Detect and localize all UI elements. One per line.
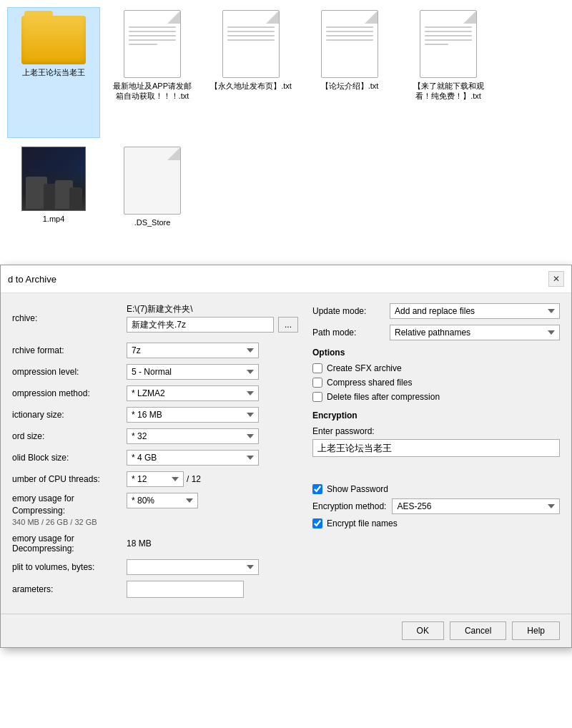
txt-icon	[321, 10, 378, 78]
path-mode-row: Path mode: Relative pathnames Absolute p…	[312, 325, 560, 340]
memory-decompressing-row: emory usage for Decompressing: 18 MB	[12, 533, 298, 554]
compression-method-select[interactable]: * LZMA2 LZMA PPMd	[127, 385, 259, 401]
ok-button[interactable]: OK	[402, 621, 444, 640]
encrypt-filenames-row: Encrypt file names	[312, 518, 560, 528]
encryption-method-label: Encryption method:	[312, 501, 386, 511]
mp4-icon	[21, 147, 86, 211]
show-password-row: Show Password	[312, 484, 560, 494]
parameters-row: arameters:	[12, 581, 298, 598]
memory-compressing-select[interactable]: * 80% * 60% * 40%	[127, 493, 198, 508]
file-explorer: 上老王论坛当老王 最新地址及APP请发邮箱自动获取！！！.txt 【永久地址发布…	[0, 0, 572, 272]
txt-icon	[124, 10, 181, 78]
compression-method-label: ompression method:	[12, 388, 127, 398]
compress-shared-checkbox[interactable]	[312, 378, 322, 388]
left-panel: rchive: E:\(7)新建文件夹\ ... rchive format:	[12, 303, 298, 604]
memory-compressing-row: emory usage for Compressing: 340 MB / 26…	[12, 493, 298, 528]
create-sfx-row: Create SFX archive	[312, 363, 560, 373]
encrypt-filenames-label: Encrypt file names	[327, 518, 398, 528]
options-section: Options Create SFX archive Compress shar…	[312, 348, 560, 402]
txt-icon	[420, 10, 477, 78]
file-item-mp4[interactable]: 1.mp4	[7, 144, 100, 264]
solid-block-size-label: olid Block size:	[12, 453, 127, 463]
split-volumes-row: plit to volumes, bytes:	[12, 559, 298, 575]
add-to-archive-dialog: d to Archive ✕ rchive: E:\(7)新建文件夹\ ...	[0, 265, 572, 648]
create-sfx-checkbox[interactable]	[312, 363, 322, 373]
archive-path-area: rchive: E:\(7)新建文件夹\ ...	[12, 303, 298, 333]
file-label: 【来了就能下载和观看！纯免费！】.txt	[405, 81, 491, 102]
file-item-folder[interactable]: 上老王论坛当老王	[7, 7, 100, 138]
create-sfx-label: Create SFX archive	[327, 363, 402, 373]
ds-icon	[124, 147, 181, 215]
encryption-section: Encryption Enter password: Show Password…	[312, 410, 560, 528]
dialog-buttons: OK Cancel Help	[1, 614, 571, 647]
memory-compressing-label: emory usage for Compressing:	[12, 493, 127, 517]
archive-format-row: rchive format: 7z zip tar	[12, 343, 298, 358]
split-volumes-select[interactable]	[127, 559, 259, 575]
memory-compressing-detail: 340 MB / 26 GB / 32 GB	[12, 517, 127, 528]
cpu-threads-select[interactable]: * 12 * 8 * 4	[127, 471, 184, 487]
browse-button[interactable]: ...	[278, 317, 298, 333]
encryption-title: Encryption	[312, 410, 560, 420]
file-label: .DS_Store	[134, 217, 171, 227]
file-item-ds[interactable]: .DS_Store	[106, 144, 199, 264]
show-password-label: Show Password	[327, 484, 388, 494]
compress-shared-row: Compress shared files	[312, 378, 560, 388]
enter-password-label: Enter password:	[312, 426, 560, 436]
archive-filename-input[interactable]	[127, 317, 274, 333]
cpu-threads-row: umber of CPU threads: * 12 * 8 * 4 / 12	[12, 471, 298, 487]
compression-method-row: ompression method: * LZMA2 LZMA PPMd	[12, 385, 298, 401]
cpu-total: / 12	[187, 474, 201, 484]
update-mode-select[interactable]: Add and replace files Update and add fil…	[390, 303, 560, 319]
path-mode-select[interactable]: Relative pathnames Absolute pathnames No…	[390, 325, 560, 340]
parameters-label: arameters:	[12, 584, 127, 594]
memory-decompressing-value: 18 MB	[127, 538, 152, 549]
file-item-txt4[interactable]: 【来了就能下载和观看！纯免费！】.txt	[402, 7, 495, 138]
solid-block-size-select[interactable]: * 4 GB * 2 GB * 1 GB	[127, 450, 259, 466]
encrypt-filenames-checkbox[interactable]	[312, 518, 322, 528]
parameters-input[interactable]	[127, 581, 244, 598]
file-label: 上老王论坛当老王	[22, 67, 85, 77]
solid-block-size-row: olid Block size: * 4 GB * 2 GB * 1 GB	[12, 450, 298, 466]
word-size-select[interactable]: * 32 * 64 * 128	[127, 428, 259, 444]
encryption-method-select[interactable]: AES-256 ZipCrypto	[392, 498, 560, 514]
options-title: Options	[312, 348, 560, 358]
file-item-txt1[interactable]: 最新地址及APP请发邮箱自动获取！！！.txt	[106, 7, 199, 138]
path-mode-label: Path mode:	[312, 328, 384, 338]
word-size-label: ord size:	[12, 431, 127, 441]
compression-level-row: ompression level: Store 1 - Fastest 3 - …	[12, 364, 298, 380]
dialog-title: d to Archive	[8, 274, 56, 285]
file-label: 【永久地址发布页】.txt	[210, 81, 292, 91]
close-button[interactable]: ✕	[548, 271, 564, 287]
encryption-method-row: Encryption method: AES-256 ZipCrypto	[312, 498, 560, 514]
file-item-txt3[interactable]: 【论坛介绍】.txt	[303, 7, 396, 138]
folder-icon	[21, 11, 86, 64]
split-volumes-label: plit to volumes, bytes:	[12, 562, 127, 572]
archive-path-prefix: E:\(7)新建文件夹\	[127, 303, 298, 315]
dictionary-size-select[interactable]: * 16 MB * 32 MB * 64 MB	[127, 407, 259, 423]
memory-decompressing-label: emory usage for Decompressing:	[12, 533, 127, 554]
right-panel: Update mode: Add and replace files Updat…	[312, 303, 560, 604]
archive-label: rchive:	[12, 313, 127, 323]
cancel-button[interactable]: Cancel	[450, 621, 506, 640]
file-item-txt2[interactable]: 【永久地址发布页】.txt	[204, 7, 297, 138]
cpu-threads-label: umber of CPU threads:	[12, 474, 127, 484]
password-input[interactable]	[312, 439, 560, 457]
file-label: 1.mp4	[43, 214, 65, 224]
archive-format-select[interactable]: 7z zip tar	[127, 343, 259, 358]
file-label: 【论坛介绍】.txt	[321, 81, 379, 91]
update-mode-label: Update mode:	[312, 306, 384, 316]
dictionary-size-row: ictionary size: * 16 MB * 32 MB * 64 MB	[12, 407, 298, 423]
file-label: 最新地址及APP请发邮箱自动获取！！！.txt	[109, 81, 195, 102]
compression-level-select[interactable]: Store 1 - Fastest 3 - Fast 5 - Normal 7 …	[127, 364, 259, 380]
help-button[interactable]: Help	[512, 621, 560, 640]
word-size-row: ord size: * 32 * 64 * 128	[12, 428, 298, 444]
dictionary-size-label: ictionary size:	[12, 410, 127, 420]
delete-after-label: Delete files after compression	[327, 392, 440, 402]
compression-level-label: ompression level:	[12, 367, 127, 377]
compress-shared-label: Compress shared files	[327, 378, 412, 388]
delete-after-checkbox[interactable]	[312, 392, 322, 402]
delete-after-row: Delete files after compression	[312, 392, 560, 402]
archive-format-label: rchive format:	[12, 345, 127, 355]
show-password-checkbox[interactable]	[312, 484, 322, 494]
dialog-titlebar: d to Archive ✕	[1, 265, 571, 293]
